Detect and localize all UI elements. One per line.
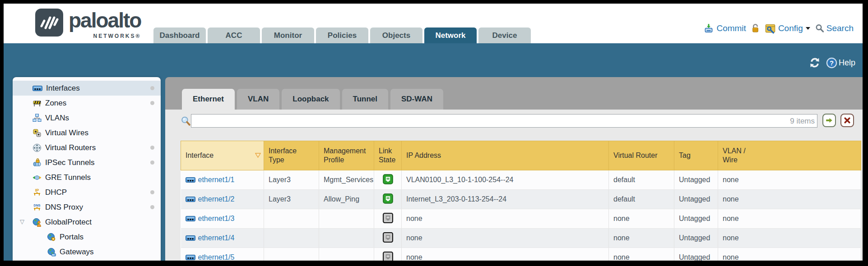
sidebar-item-label: DHCP: [45, 188, 67, 197]
nav-tab-policies[interactable]: Policies: [316, 28, 368, 43]
column-header-link-state[interactable]: Link State: [374, 141, 402, 170]
item-status-dot: [150, 161, 154, 165]
subtab-vlan[interactable]: VLAN: [237, 89, 279, 110]
help-icon: ?: [826, 57, 837, 69]
toolbar-tools: ? Help: [809, 57, 855, 69]
sidebar-item-ipsec-tunnels[interactable]: IPSec Tunnels: [13, 155, 161, 170]
nav-tab-network[interactable]: Network: [424, 28, 477, 43]
vlans-icon: [32, 114, 42, 123]
interfaces-icon: [186, 177, 195, 183]
brand-subtext: NETWORKS®: [69, 33, 141, 39]
svg-text:IP: IP: [35, 188, 39, 193]
virtual-router-cell: none: [609, 229, 674, 248]
ip-address-cell: none: [402, 248, 609, 261]
link-up-icon: [383, 174, 393, 184]
interfaces-icon: [186, 196, 195, 202]
expander-triangle-icon[interactable]: ▽: [20, 218, 24, 225]
search-label: Search: [826, 23, 854, 33]
sidebar-item-zones[interactable]: Zones: [13, 96, 161, 110]
interface-cell: ethernet1/2: [181, 190, 264, 209]
interface-link[interactable]: ethernet1/3: [198, 215, 235, 222]
column-header-virtual-router[interactable]: Virtual Router: [609, 141, 674, 170]
table-row[interactable]: ethernet1/1Layer3Mgmt_ServicesVLAN0100_L…: [181, 170, 861, 190]
interface-cell: ethernet1/4: [181, 229, 264, 248]
interfaces-icon: [186, 254, 195, 261]
sidebar-item-clipped[interactable]: [13, 259, 161, 261]
ip-address-cell: Internet_L3_203-0-113-254--24: [402, 190, 609, 209]
sidebar-item-globalprotect[interactable]: ▽GlobalProtect: [13, 215, 161, 229]
content-panel: 9 items InterfaceInterface TypeManagemen…: [165, 110, 863, 261]
help-button[interactable]: ? Help: [826, 57, 855, 69]
sidebar-item-virtual-routers[interactable]: Virtual Routers: [13, 140, 161, 155]
interface-link[interactable]: ethernet1/2: [198, 195, 235, 203]
nav-tab-acc[interactable]: ACC: [208, 28, 260, 43]
column-header-vlan-wire[interactable]: VLAN / Wire: [718, 141, 861, 170]
subtab-tunnel[interactable]: Tunnel: [342, 89, 388, 110]
interface-type-cell: Layer3: [264, 170, 319, 190]
nav-tab-dashboard[interactable]: Dashboard: [153, 28, 206, 43]
nav-tab-device[interactable]: Device: [478, 28, 531, 43]
column-header-tag[interactable]: Tag: [674, 141, 718, 170]
sidebar-item-portals[interactable]: Portals: [13, 229, 161, 244]
link-up-icon: [383, 193, 393, 204]
sidebar-item-gateways[interactable]: Gateways: [13, 244, 161, 259]
interface-link[interactable]: ethernet1/5: [198, 253, 235, 261]
tag-cell: Untagged: [674, 229, 718, 248]
column-header-ip-address[interactable]: IP Address: [402, 141, 609, 170]
interfaces-icon: [186, 216, 195, 222]
interface-link[interactable]: ethernet1/1: [198, 176, 235, 183]
interface-link[interactable]: ethernet1/4: [198, 234, 235, 242]
ip-address-cell: VLAN0100_L3_10-1-100-254--24: [402, 170, 609, 190]
column-header-interface[interactable]: Interface: [181, 141, 264, 170]
refresh-icon[interactable]: [809, 57, 821, 69]
subtab-loopback[interactable]: Loopback: [282, 89, 339, 110]
interface-cell: ethernet1/1: [181, 170, 264, 190]
sidebar-list: InterfacesZonesVLANsVirtual WiresVirtual…: [13, 77, 161, 261]
sidebar-item-virtual-wires[interactable]: Virtual Wires: [13, 125, 161, 140]
sort-indicator-icon[interactable]: [255, 153, 261, 158]
sidebar-item-vlans[interactable]: VLANs: [13, 110, 161, 125]
nav-tab-monitor[interactable]: Monitor: [262, 28, 314, 43]
nav-tab-objects[interactable]: Objects: [370, 28, 422, 43]
subtab-strip: EthernetVLANLoopbackTunnelSD-WAN: [165, 77, 863, 110]
caret-down-icon: [805, 27, 811, 30]
column-header-label: Management Profile: [324, 147, 369, 165]
interface-cell: ethernet1/5: [181, 248, 264, 261]
svg-text:?: ?: [830, 59, 834, 66]
sidebar-item-dhcp[interactable]: IPDHCP: [13, 185, 161, 200]
interface-type-cell: [264, 229, 319, 248]
sidebar-item-gre-tunnels[interactable]: GRE Tunnels: [13, 170, 161, 185]
subtabs: EthernetVLANLoopbackTunnelSD-WAN: [182, 89, 443, 110]
column-header-management-profile[interactable]: Management Profile: [319, 141, 374, 170]
virtual-wires-icon: [32, 128, 42, 138]
link-state-cell: [374, 170, 402, 190]
search-button[interactable]: Search: [815, 23, 854, 33]
svg-text:DNS: DNS: [34, 203, 41, 206]
table-row[interactable]: ethernet1/3nonenoneUntaggednone: [181, 209, 861, 229]
lock-icon[interactable]: [750, 23, 761, 33]
sidebar: InterfacesZonesVLANsVirtual WiresVirtual…: [13, 77, 161, 261]
filter-input[interactable]: [191, 114, 817, 128]
table-row[interactable]: ethernet1/2Layer3Allow_PingInternet_L3_2…: [181, 190, 861, 209]
commit-icon: [703, 23, 714, 34]
apply-filter-button[interactable]: [822, 114, 836, 127]
link-state-cell: [374, 190, 402, 209]
commit-button[interactable]: Commit: [703, 23, 746, 34]
subtab-ethernet[interactable]: Ethernet: [182, 89, 235, 110]
commit-label: Commit: [716, 23, 746, 33]
column-header-interface-type[interactable]: Interface Type: [264, 141, 319, 170]
sidebar-item-dns-proxy[interactable]: DNSDNS Proxy: [13, 200, 161, 215]
tag-cell: Untagged: [674, 190, 718, 209]
table-row[interactable]: ethernet1/5nonenoneUntaggednone: [181, 248, 861, 261]
config-menu-button[interactable]: Config: [765, 23, 811, 34]
sidebar-item-label: GRE Tunnels: [45, 173, 91, 182]
ipsec-tunnels-icon: [32, 158, 42, 167]
nav-tabs: DashboardACCMonitorPoliciesObjectsNetwor…: [153, 28, 531, 43]
clear-filter-button[interactable]: [840, 114, 854, 127]
table-row[interactable]: ethernet1/4nonenoneUntaggednone: [181, 229, 861, 248]
virtual-router-cell: default: [609, 190, 674, 209]
subtab-sd-wan[interactable]: SD-WAN: [390, 89, 443, 110]
sidebar-item-interfaces[interactable]: Interfaces: [13, 81, 161, 96]
vlan-wire-cell: none: [718, 170, 861, 190]
interfaces-icon: [186, 235, 195, 241]
